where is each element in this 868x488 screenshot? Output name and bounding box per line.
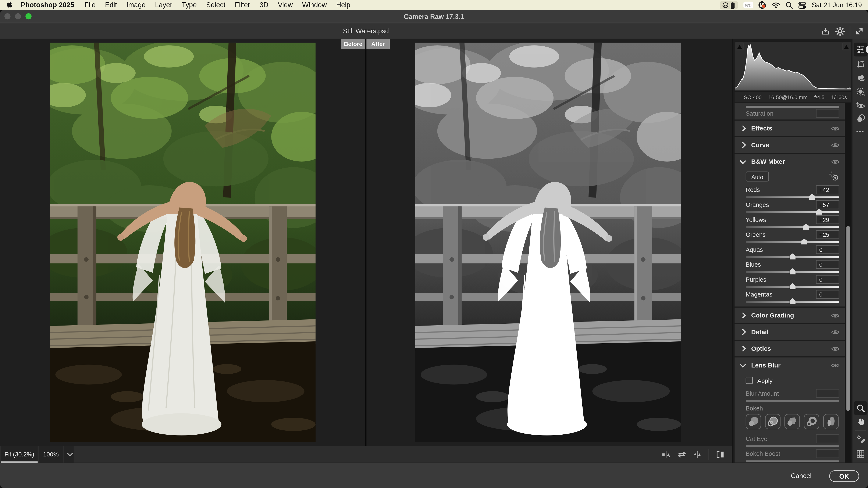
- preferences-gear-icon[interactable]: [835, 26, 845, 36]
- copy-settings-icon[interactable]: [693, 451, 702, 458]
- menu-item-filter[interactable]: Filter: [230, 0, 255, 10]
- blues-value[interactable]: 0: [816, 260, 839, 268]
- visibility-eye-icon[interactable]: [831, 158, 840, 165]
- compare-view-icon[interactable]: [662, 451, 670, 458]
- bw-mixer-header[interactable]: B&W Mixer: [735, 154, 845, 169]
- menu-item-layer[interactable]: Layer: [150, 0, 177, 10]
- menu-item-image[interactable]: Image: [122, 0, 150, 10]
- auto-button[interactable]: Auto: [746, 171, 769, 181]
- magentas-value[interactable]: 0: [816, 290, 839, 299]
- lens-blur-header[interactable]: Lens Blur: [735, 358, 845, 373]
- grid-overlay-tool[interactable]: [852, 450, 868, 458]
- curve-header[interactable]: Curve: [735, 137, 845, 153]
- greens-value[interactable]: +25: [816, 230, 839, 239]
- histogram[interactable]: [735, 41, 851, 91]
- save-image-icon[interactable]: [821, 26, 830, 36]
- zoom-tool-selected-box[interactable]: [854, 401, 867, 415]
- spotlight-search-icon[interactable]: [785, 1, 793, 9]
- bokeh-shape-blade[interactable]: [784, 414, 800, 429]
- reds-track[interactable]: [746, 196, 839, 198]
- edit-tool-selected-box[interactable]: [854, 42, 867, 56]
- purples-value[interactable]: 0: [816, 275, 839, 284]
- reds-thumb[interactable]: [809, 194, 815, 200]
- bokeh-shape-cat-eye[interactable]: [823, 414, 839, 429]
- apple-menu[interactable]: [0, 1, 16, 9]
- oranges-thumb[interactable]: [816, 208, 822, 215]
- aquas-thumb[interactable]: [789, 253, 796, 259]
- optics-header[interactable]: Optics: [735, 341, 845, 356]
- oranges-value[interactable]: +57: [816, 200, 839, 209]
- white-balance-sampler-tool[interactable]: [852, 435, 868, 444]
- visibility-eye-icon[interactable]: [831, 125, 840, 132]
- bokeh-shape-ring[interactable]: [765, 414, 780, 429]
- visibility-eye-icon[interactable]: [831, 313, 840, 319]
- bokeh-shape-circle[interactable]: [746, 414, 761, 429]
- split-view-icon[interactable]: [716, 451, 724, 458]
- oranges-track[interactable]: [746, 212, 839, 213]
- menu-item-photoshop-2025[interactable]: Photoshop 2025: [16, 0, 80, 10]
- remove-tool[interactable]: [852, 73, 868, 82]
- swap-before-after-icon[interactable]: [678, 451, 686, 457]
- masking-tool[interactable]: [852, 87, 868, 96]
- magentas-thumb[interactable]: [789, 298, 796, 304]
- visibility-eye-icon[interactable]: [831, 346, 840, 352]
- app-status-icon[interactable]: [758, 1, 766, 9]
- wifi-icon[interactable]: [772, 2, 780, 8]
- yellows-value[interactable]: +29: [816, 215, 839, 224]
- pane-divider[interactable]: [365, 39, 366, 446]
- after-badge[interactable]: After: [366, 39, 390, 48]
- greens-track[interactable]: [746, 241, 839, 243]
- menu-item-window[interactable]: Window: [298, 0, 332, 10]
- purples-thumb[interactable]: [789, 283, 796, 289]
- reds-value[interactable]: +42: [816, 185, 839, 194]
- effects-header[interactable]: Effects: [735, 121, 845, 136]
- before-badge[interactable]: Before: [341, 39, 365, 48]
- bokeh-shape-donut[interactable]: [804, 414, 819, 429]
- magentas-track[interactable]: [746, 301, 839, 303]
- menu-item-view[interactable]: View: [273, 0, 298, 10]
- visibility-eye-icon[interactable]: [831, 142, 840, 148]
- zoom-dropdown[interactable]: [64, 446, 73, 462]
- ok-button[interactable]: OK: [829, 470, 859, 482]
- detail-header[interactable]: Detail: [735, 324, 845, 340]
- apply-checkbox[interactable]: [746, 377, 753, 384]
- highlight-clipping-icon[interactable]: [843, 42, 850, 51]
- yellows-thumb[interactable]: [803, 223, 809, 230]
- saturation-value[interactable]: [816, 109, 839, 118]
- aquas-track[interactable]: [746, 256, 839, 258]
- shadow-clipping-icon[interactable]: [736, 42, 744, 51]
- wd-drive-icon[interactable]: WD: [744, 2, 753, 8]
- menu-item-3d[interactable]: 3D: [255, 0, 273, 10]
- blues-thumb[interactable]: [789, 268, 796, 274]
- crop-tool[interactable]: [852, 60, 868, 69]
- targeted-adjustment-icon[interactable]: [829, 171, 839, 182]
- panel-scrollbar-thumb[interactable]: [846, 226, 850, 411]
- visibility-eye-icon[interactable]: [831, 329, 840, 335]
- aquas-value[interactable]: 0: [816, 245, 839, 254]
- hand-tool[interactable]: [852, 417, 868, 426]
- blur-amount-track[interactable]: [746, 400, 839, 402]
- slider-track[interactable]: [746, 106, 839, 107]
- visibility-eye-icon[interactable]: [831, 362, 840, 368]
- blur-amount-value[interactable]: [816, 389, 839, 397]
- color-grading-header[interactable]: Color Grading: [735, 307, 845, 323]
- menu-item-help[interactable]: Help: [332, 0, 355, 10]
- menu-item-type[interactable]: Type: [177, 0, 201, 10]
- fullscreen-icon[interactable]: [855, 27, 864, 35]
- menu-item-select[interactable]: Select: [202, 0, 230, 10]
- battery-widget[interactable]: w: [720, 1, 738, 9]
- hundred-percent-tab[interactable]: 100%: [39, 446, 63, 462]
- blues-track[interactable]: [746, 271, 839, 273]
- greens-thumb[interactable]: [801, 238, 807, 245]
- red-eye-tool[interactable]: [852, 101, 868, 109]
- bokeh-boost-value[interactable]: [816, 449, 839, 458]
- menu-item-edit[interactable]: Edit: [100, 0, 122, 10]
- fit-zoom-tab[interactable]: Fit (30.2%): [1, 446, 37, 462]
- more-tools[interactable]: •••: [852, 129, 868, 134]
- menu-clock[interactable]: Sat 21 Jun 16:19: [812, 1, 862, 9]
- bokeh-boost-track[interactable]: [746, 460, 839, 462]
- menu-item-file[interactable]: File: [80, 0, 100, 10]
- purples-track[interactable]: [746, 286, 839, 288]
- cat-eye-track[interactable]: [746, 446, 839, 447]
- control-center-icon[interactable]: [799, 1, 806, 9]
